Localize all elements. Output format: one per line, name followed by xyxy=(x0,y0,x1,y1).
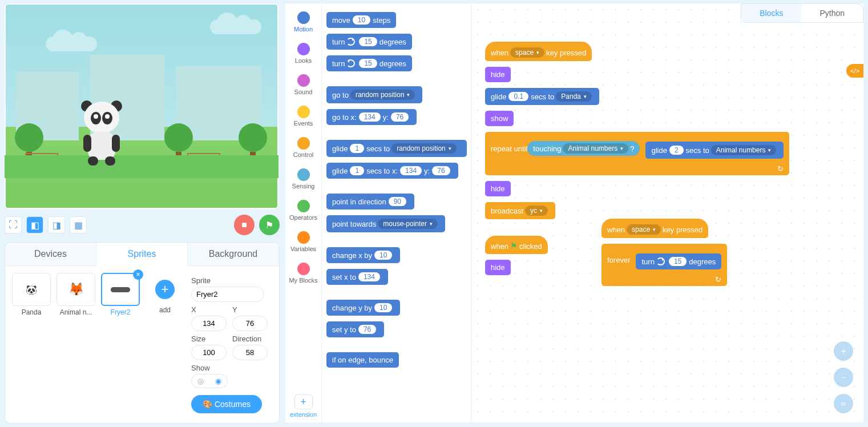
close-icon[interactable]: × xyxy=(133,269,143,280)
panda-sprite[interactable] xyxy=(79,102,124,164)
zoom-in-button[interactable]: ＋ xyxy=(834,341,853,361)
stop-button[interactable]: ■ xyxy=(234,215,255,235)
block-when-flag-clicked[interactable]: when⚑clicked xyxy=(485,236,548,254)
fryer-icon xyxy=(111,287,130,292)
tab-python[interactable]: Python xyxy=(801,4,863,22)
block-move-steps[interactable]: move10steps xyxy=(326,12,396,28)
block-hide[interactable]: hide xyxy=(485,181,511,196)
direction-input[interactable] xyxy=(232,345,268,360)
size-input[interactable] xyxy=(191,345,227,360)
block-turn-cw[interactable]: turn15degrees xyxy=(326,34,412,50)
turn-cw-icon xyxy=(346,38,355,46)
category-column: Motion Looks Sound Events Control Sensin… xyxy=(285,3,322,422)
block-change-x[interactable]: change x by10 xyxy=(326,247,400,263)
direction-label: Direction xyxy=(232,335,268,343)
block-hide[interactable]: hide xyxy=(485,67,511,82)
assets-panel: Devices Sprites Background 🐼 Panda 🦊 Ani… xyxy=(5,242,280,424)
block-glide-xy[interactable]: glide1secs to x:134y:76 xyxy=(326,163,458,179)
block-when-key-pressed[interactable]: whenspacekey pressed xyxy=(485,42,592,61)
workspace[interactable]: Blocks Python </> whenspacekey pressed h… xyxy=(471,3,863,422)
costumes-button[interactable]: 🎨 Costumes xyxy=(191,395,262,413)
block-set-y[interactable]: set y to76 xyxy=(326,321,384,337)
turn-ccw-icon xyxy=(346,59,355,67)
turn-cw-icon xyxy=(656,257,665,265)
animal-icon: 🦊 xyxy=(68,282,84,297)
add-sprite-button[interactable]: + add xyxy=(146,273,184,413)
category-sound[interactable]: Sound xyxy=(285,70,322,101)
block-when-key-pressed[interactable]: whenspacekey pressed xyxy=(601,219,708,238)
block-palette[interactable]: move10steps turn15degrees turn15degrees … xyxy=(322,3,471,422)
block-editor: Motion Looks Sound Events Control Sensin… xyxy=(285,3,863,422)
block-bounce[interactable]: if on edge, bounce xyxy=(326,352,399,368)
sprite-card-fryer[interactable]: × Fryer2 xyxy=(101,273,140,413)
block-change-y[interactable]: change y by10 xyxy=(326,300,400,316)
y-input[interactable] xyxy=(232,316,268,331)
sprite-label: Fryer2 xyxy=(101,308,140,316)
sprite-properties: Sprite X Y Size Direction Show ◎ xyxy=(191,273,272,413)
block-glide-to[interactable]: glide0.1secs toPanda xyxy=(485,88,599,105)
sprite-label: Panda xyxy=(12,308,51,316)
block-glide-random[interactable]: glide1secs torandom position xyxy=(326,140,467,157)
show-toggle[interactable]: ◎ ◉ xyxy=(191,374,228,388)
category-events[interactable]: Events xyxy=(285,101,322,132)
fullscreen-button[interactable]: ⛶ xyxy=(5,216,22,233)
y-label: Y xyxy=(232,305,268,314)
category-myblocks[interactable]: My Blocks xyxy=(285,258,322,289)
sprite-label: Animal n... xyxy=(56,308,95,316)
sprite-name-input[interactable] xyxy=(191,287,264,302)
eye-on-icon[interactable]: ◉ xyxy=(209,374,227,388)
zoom-out-button[interactable]: － xyxy=(834,368,853,387)
category-variables[interactable]: Variables xyxy=(285,227,322,258)
layout-grid-button[interactable]: ▦ xyxy=(70,216,87,233)
panda-icon: 🐼 xyxy=(26,284,37,295)
block-set-x[interactable]: set x to134 xyxy=(326,269,388,285)
cloud-icon xyxy=(210,19,261,34)
code-toggle-button[interactable]: </> xyxy=(846,64,863,78)
block-forever[interactable]: forever turn15degrees xyxy=(601,244,727,286)
green-flag-button[interactable]: ⚑ xyxy=(259,215,280,235)
sprite-name-label: Sprite xyxy=(191,276,272,285)
add-extension-button[interactable]: + extension xyxy=(285,390,322,422)
flag-icon: ⚑ xyxy=(510,241,518,251)
plus-icon: + xyxy=(294,394,313,409)
cloud-icon xyxy=(46,37,97,51)
stage[interactable] xyxy=(5,3,278,209)
sprite-card-animal[interactable]: 🦊 Animal n... xyxy=(56,273,95,413)
block-point-towards[interactable]: point towardsmouse-pointer xyxy=(326,215,445,232)
category-motion[interactable]: Motion xyxy=(285,7,322,38)
block-point-direction[interactable]: point in direction90 xyxy=(326,194,414,210)
zoom-reset-button[interactable]: ＝ xyxy=(834,394,853,413)
script-block-stack[interactable]: whenspacekey pressed forever turn15degre… xyxy=(601,216,727,289)
eye-off-icon[interactable]: ◎ xyxy=(192,374,209,388)
block-turn-cw[interactable]: turn15degrees xyxy=(636,253,721,269)
category-sensing[interactable]: Sensing xyxy=(285,164,322,195)
palette-icon: 🎨 xyxy=(203,400,215,409)
sprite-card-panda[interactable]: 🐼 Panda xyxy=(12,273,51,413)
layout-large-button[interactable]: ◧ xyxy=(26,216,43,233)
size-label: Size xyxy=(191,335,227,343)
block-repeat-until[interactable]: repeat until touchingAnimal numbers? gli… xyxy=(485,132,789,175)
block-glide-to[interactable]: glide2secs toAnimal numbers xyxy=(645,142,784,159)
block-goto-xy[interactable]: go to x:134y:76 xyxy=(326,109,417,125)
tab-sprites[interactable]: Sprites xyxy=(96,243,188,266)
script-block-stack[interactable]: whenspacekey pressed hide glide0.1secs t… xyxy=(485,39,789,222)
add-label: add xyxy=(146,306,184,314)
script-block-stack[interactable]: when⚑clicked hide xyxy=(485,233,548,278)
x-input[interactable] xyxy=(191,316,227,331)
block-goto-random[interactable]: go torandom position xyxy=(326,86,422,103)
category-operators[interactable]: Operators xyxy=(285,195,322,227)
tab-background[interactable]: Background xyxy=(188,243,279,266)
tab-blocks[interactable]: Blocks xyxy=(741,4,801,22)
show-label: Show xyxy=(191,364,272,372)
block-show[interactable]: show xyxy=(485,111,514,126)
category-control[interactable]: Control xyxy=(285,132,322,164)
layout-small-button[interactable]: ◨ xyxy=(48,216,65,233)
grass-icon xyxy=(5,155,278,178)
block-broadcast[interactable]: broadcastyc xyxy=(485,202,555,219)
sensing-touching[interactable]: touchingAnimal numbers? xyxy=(527,141,640,156)
tab-devices[interactable]: Devices xyxy=(5,243,96,266)
x-label: X xyxy=(191,305,227,314)
category-looks[interactable]: Looks xyxy=(285,38,322,70)
block-turn-ccw[interactable]: turn15degrees xyxy=(326,55,412,71)
block-hide[interactable]: hide xyxy=(485,260,511,275)
